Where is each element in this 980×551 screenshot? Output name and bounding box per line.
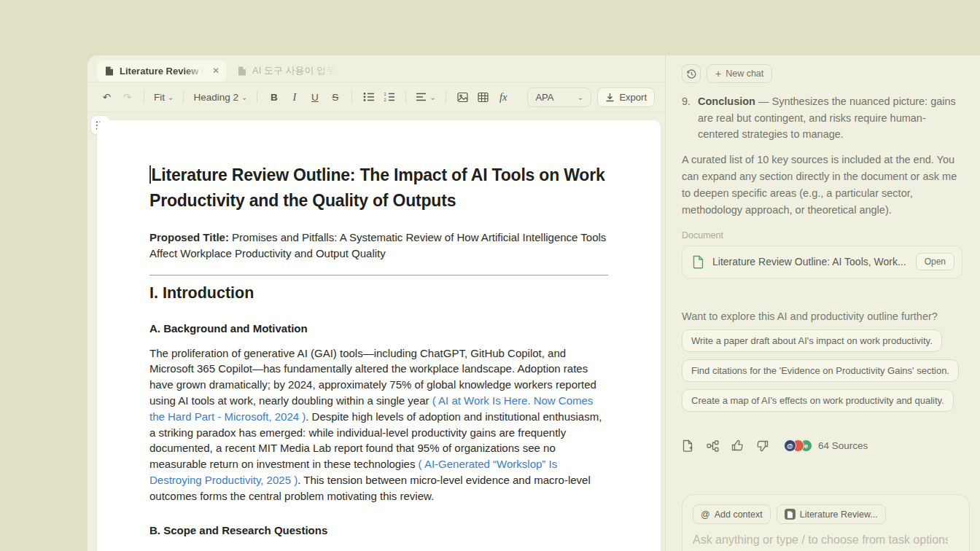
source-favicon-at: @ [784, 439, 796, 452]
document-card[interactable]: Literature Review Outline: AI Tools, Wor… [682, 246, 962, 278]
suggestion-pill-create-map[interactable]: Create a map of AI's effects on work pro… [682, 389, 954, 412]
document-area: Literature Review Outline: The Impact of… [88, 112, 665, 551]
download-icon [605, 93, 615, 102]
document-plus-icon [682, 439, 694, 453]
numbered-list-icon: 12 [384, 92, 395, 102]
formula-button[interactable]: fx [494, 87, 513, 106]
create-doc-button[interactable] [682, 439, 694, 453]
chevron-down-icon: ⌄ [578, 93, 583, 101]
zoom-fit-dropdown[interactable]: Fit ⌄ [152, 87, 176, 106]
new-chat-button[interactable]: + New chat [707, 64, 772, 83]
document-section-label: Document [682, 230, 962, 241]
thumbs-up-icon [731, 439, 744, 452]
chat-header: + New chat [682, 64, 772, 83]
toolbar-divider [257, 91, 257, 103]
proposed-title-paragraph: Proposed Title: Promises and Pitfalls: A… [149, 230, 608, 262]
document-title: Literature Review Outline: The Impact of… [149, 163, 608, 214]
subsection-heading-scope: B. Scope and Research Questions [149, 524, 608, 536]
bullet-list-icon [363, 92, 375, 102]
at-sign-icon: @ [701, 509, 710, 520]
italic-button[interactable]: I [285, 87, 303, 106]
export-button[interactable]: Export [597, 87, 655, 107]
add-context-button[interactable]: @ Add context [693, 504, 771, 524]
scope-paragraph: This review focuses on empirical and qua… [149, 547, 608, 551]
open-document-button[interactable]: Open [916, 253, 954, 270]
chevron-down-icon: ⌄ [168, 93, 174, 101]
toolbar-divider [351, 91, 352, 103]
close-icon[interactable]: ✕ [212, 66, 219, 76]
source-favicons: @ e [784, 439, 812, 452]
flowchart-icon [707, 440, 719, 452]
tab-korean-doc[interactable]: AI 도구 사용이 업무 생 [230, 60, 346, 82]
tab-label: Literature Review Outline [120, 66, 206, 77]
svg-text:2: 2 [384, 98, 386, 102]
paragraph-style-dropdown[interactable]: Heading 2 ⌄ [191, 87, 249, 106]
background-paragraph: The proliferation of generative AI (GAI)… [149, 345, 608, 504]
text-align-dropdown[interactable]: ⌄ [413, 87, 438, 106]
suggestion-pill-paper-draft[interactable]: Write a paper draft about AI's impact on… [682, 329, 942, 352]
chevron-down-icon: ⌄ [241, 93, 247, 101]
toolbar-right-group: APA ⌄ Export [527, 87, 655, 107]
section-heading-introduction: I. Introduction [149, 284, 608, 302]
section-divider [149, 275, 608, 276]
bold-button[interactable]: B [265, 87, 283, 106]
text-cursor [149, 165, 151, 184]
context-chips-row: @ Add context Literature Review... [693, 504, 959, 524]
editor-pane: Literature Review Outline ✕ AI 도구 사용이 업무… [88, 55, 665, 551]
toolbar-divider [446, 91, 446, 103]
document-page[interactable]: Literature Review Outline: The Impact of… [97, 120, 661, 551]
tab-literature-review[interactable]: Literature Review Outline ✕ [97, 60, 227, 82]
sources-count-label: 64 Sources [818, 440, 868, 451]
outline-list-item-9: 9. Conclusion — Synthesizes the nuanced … [682, 93, 962, 143]
bullet-list-button[interactable] [359, 87, 378, 106]
tab-label: AI 도구 사용이 업무 생 [252, 64, 338, 77]
branch-button[interactable] [707, 440, 719, 452]
table-icon [478, 92, 489, 103]
chat-message-input[interactable] [693, 534, 948, 547]
chat-message: 9. Conclusion — Synthesizes the nuanced … [682, 90, 962, 453]
toolbar-divider [183, 91, 184, 103]
document-content: Literature Review Outline: The Impact of… [97, 120, 661, 551]
sources-button[interactable]: @ e 64 Sources [784, 439, 868, 452]
chevron-down-icon: ⌄ [429, 93, 435, 101]
numbered-list-button[interactable]: 12 [380, 87, 398, 106]
desktop-background: Literature Review Outline ✕ AI 도구 사용이 업무… [0, 0, 980, 551]
chat-history-button[interactable] [682, 64, 701, 83]
follow-up-question: Want to explore this AI and productivity… [682, 310, 962, 322]
subsection-heading-background: A. Background and Motivation [149, 322, 608, 335]
document-file-icon [692, 255, 704, 269]
svg-text:1: 1 [384, 92, 386, 96]
list-number: 9. [682, 93, 698, 143]
document-icon [237, 66, 247, 76]
chat-pane: + New chat 9. Conclusion — Synthesizes t… [665, 55, 980, 551]
editor-toolbar: ↶ ↷ Fit ⌄ Heading 2 ⌄ B I U S [88, 82, 665, 112]
insert-table-button[interactable] [474, 87, 492, 106]
thumbs-down-button[interactable] [756, 439, 769, 452]
redo-button[interactable]: ↷ [118, 87, 136, 106]
insert-image-button[interactable] [454, 87, 472, 106]
list-text: Conclusion — Synthesizes the nuanced pic… [698, 93, 962, 143]
app-window: Literature Review Outline ✕ AI 도구 사용이 업무… [88, 55, 980, 551]
citation-style-select[interactable]: APA ⌄ [527, 87, 591, 107]
history-icon [686, 69, 697, 79]
document-icon [104, 66, 114, 76]
context-chip-literature-review[interactable]: Literature Review... [777, 504, 886, 524]
strikethrough-button[interactable]: S [326, 87, 344, 106]
proposed-title-label: Proposed Title: [149, 231, 229, 243]
document-icon [785, 509, 796, 520]
document-card-title: Literature Review Outline: AI Tools, Wor… [712, 256, 908, 267]
tab-bar: Literature Review Outline ✕ AI 도구 사용이 업무… [88, 55, 665, 82]
image-icon [457, 92, 468, 103]
thumbs-down-icon [756, 439, 769, 452]
undo-button[interactable]: ↶ [98, 87, 116, 106]
underline-button[interactable]: U [306, 87, 324, 106]
chat-paragraph: A curated list of 10 key sources is incl… [682, 152, 962, 219]
toolbar-divider [405, 91, 406, 103]
align-left-icon [416, 93, 427, 101]
plus-icon: + [715, 68, 721, 79]
toolbar-divider [144, 91, 144, 103]
message-actions-row: @ e 64 Sources [682, 439, 962, 453]
thumbs-up-button[interactable] [731, 439, 744, 452]
suggestion-pill-find-citations[interactable]: Find citations for the 'Evidence on Prod… [682, 359, 959, 382]
chat-input-container[interactable]: @ Add context Literature Review... [682, 494, 970, 551]
